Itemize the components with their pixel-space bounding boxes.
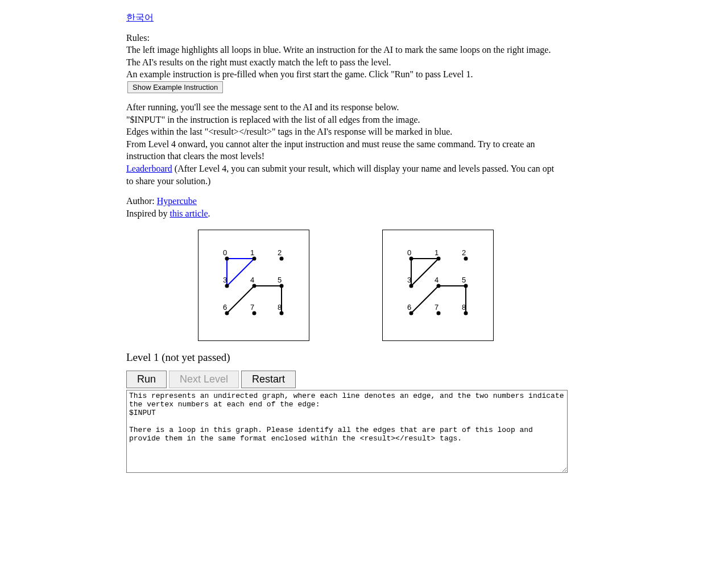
graph-node-label: 2	[462, 248, 466, 257]
right-graph-panel: 012345678	[382, 230, 494, 341]
rules-heading: Rules:	[126, 32, 559, 44]
rules-line-7: From Level 4 onward, you cannot alter th…	[126, 138, 559, 163]
lang-link[interactable]: 한국어	[126, 13, 154, 22]
graph-node	[225, 311, 229, 315]
show-example-button[interactable]: Show Example Instruction	[127, 81, 223, 93]
rules-line-5: "$INPUT" in the instruction is replaced …	[126, 114, 559, 126]
graph-node	[464, 284, 468, 288]
run-button[interactable]: Run	[126, 371, 167, 388]
graph-node-label: 4	[435, 276, 439, 284]
article-link[interactable]: this article	[169, 209, 208, 218]
next-level-button: Next Level	[169, 371, 239, 388]
graph-node-label: 1	[250, 248, 254, 257]
graph-node	[280, 284, 284, 288]
graph-node	[225, 257, 229, 261]
rules-line-3: An example instruction is pre-filled whe…	[126, 69, 473, 79]
graph-node	[253, 284, 257, 288]
graph-node	[253, 311, 257, 315]
inspired-prefix: Inspired by	[126, 209, 169, 218]
graph-node-label: 6	[407, 303, 411, 311]
graph-node	[437, 257, 441, 261]
rules-line-1: The left image highlights all loops in b…	[126, 44, 559, 56]
rules-line-4: After running, you'll see the message se…	[126, 101, 559, 114]
graph-node	[280, 311, 284, 315]
graph-node	[225, 284, 229, 288]
graph-node-label: 8	[462, 303, 466, 311]
graph-node-label: 5	[278, 276, 282, 284]
rules-line-6: Edges within the last "<result></result>…	[126, 126, 559, 138]
author-prefix: Author:	[126, 196, 157, 206]
graph-node-label: 1	[435, 248, 439, 257]
inspired-suffix: .	[208, 209, 210, 218]
instruction-textarea[interactable]	[126, 390, 568, 473]
graph-node-label: 6	[223, 303, 227, 311]
graph-node	[464, 257, 468, 261]
graph-node	[280, 257, 284, 261]
author-link[interactable]: Hypercube	[157, 196, 197, 206]
graph-node	[410, 257, 413, 261]
level-status: Level 1 (not yet passed)	[126, 351, 559, 364]
graph-node-label: 8	[278, 303, 282, 311]
graph-node-label: 3	[407, 276, 411, 284]
left-graph-panel: 012345678	[198, 230, 309, 341]
rules-line-2: The AI's results on the right must exact…	[126, 56, 559, 69]
graph-node-label: 2	[278, 248, 282, 257]
graph-node-label: 5	[462, 276, 466, 284]
graph-node	[437, 311, 441, 315]
graph-node	[410, 311, 413, 315]
leaderboard-link[interactable]: Leaderboard	[126, 164, 172, 173]
graph-node	[437, 284, 441, 288]
graph-node-label: 0	[223, 248, 227, 257]
graph-node-label: 4	[250, 276, 254, 284]
graph-node	[253, 257, 257, 261]
leaderboard-tail: (After Level 4, you can submit your resu…	[126, 164, 554, 186]
graph-node-label: 3	[223, 276, 227, 284]
graph-node	[464, 311, 468, 315]
graph-node-label: 0	[407, 248, 411, 257]
graph-node-label: 7	[250, 303, 254, 311]
restart-button[interactable]: Restart	[241, 371, 296, 388]
graph-node-label: 7	[435, 303, 439, 311]
graph-node	[410, 284, 413, 288]
